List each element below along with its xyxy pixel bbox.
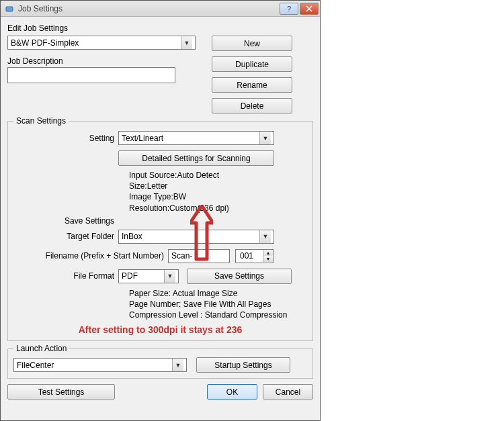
description-label: Job Description xyxy=(7,56,196,66)
edit-job-label: Edit Job Settings xyxy=(7,24,313,33)
close-icon xyxy=(306,5,312,12)
help-button[interactable]: ? xyxy=(280,3,298,15)
setting-value: Text/Lineart xyxy=(122,134,163,143)
titlebar: Job Settings ? xyxy=(1,1,320,17)
rename-button[interactable]: Rename xyxy=(212,77,292,93)
setting-label: Setting xyxy=(13,134,114,143)
startup-settings-button[interactable]: Startup Settings xyxy=(196,357,290,373)
filename-number-value: 001 xyxy=(236,251,263,261)
save-info: Paper Size: Actual Image Size Page Numbe… xyxy=(129,288,307,321)
annotation-text: After setting to 300dpi it stays at 236 xyxy=(13,324,307,335)
chevron-down-icon: ▼ xyxy=(181,36,192,49)
filename-number-spinner[interactable]: 001 ▲▼ xyxy=(235,249,274,263)
image-type-text: Image Type:BW xyxy=(129,191,307,202)
scan-info: Input Source:Auto Detect Size:Letter Ima… xyxy=(129,170,307,214)
chevron-up-icon: ▲ xyxy=(263,250,273,256)
paper-size-text: Paper Size: Actual Image Size xyxy=(129,288,307,299)
size-text: Size:Letter xyxy=(129,181,307,191)
delete-button[interactable]: Delete xyxy=(212,98,292,113)
target-folder-value: InBox xyxy=(122,232,142,241)
duplicate-button[interactable]: Duplicate xyxy=(212,56,292,72)
job-select-value: B&W PDF-Simplex xyxy=(11,38,79,48)
app-icon xyxy=(5,4,14,13)
chevron-down-icon: ▼ xyxy=(172,359,183,371)
compression-text: Compression Level : Standard Compression xyxy=(129,310,307,320)
launch-select[interactable]: FileCenter ▼ xyxy=(13,358,187,372)
save-settings-label: Save Settings xyxy=(13,216,114,226)
resolution-text: Resolution:Custom(236 dpi) xyxy=(129,203,307,214)
ok-button[interactable]: OK xyxy=(207,384,257,400)
svg-rect-0 xyxy=(6,7,13,11)
file-format-select[interactable]: PDF ▼ xyxy=(118,269,179,283)
scan-settings-group: Scan Settings Setting Text/Lineart ▼ Det… xyxy=(7,116,313,341)
description-input[interactable] xyxy=(7,67,175,83)
target-folder-label: Target Folder xyxy=(13,232,114,241)
filename-label: Filename (Prefix + Start Number) xyxy=(13,251,164,261)
dialog-window: Job Settings ? Edit Job Settings B&W PDF… xyxy=(0,0,321,421)
detailed-settings-button[interactable]: Detailed Settings for Scanning xyxy=(118,150,274,166)
launch-legend: Launch Action xyxy=(13,344,69,353)
file-format-label: File Format xyxy=(13,271,114,281)
launch-action-group: Launch Action FileCenter ▼ Startup Setti… xyxy=(7,344,313,379)
new-button[interactable]: New xyxy=(212,36,292,51)
chevron-down-icon: ▼ xyxy=(259,230,271,243)
scan-legend: Scan Settings xyxy=(13,116,69,126)
chevron-down-icon: ▼ xyxy=(263,256,273,262)
filename-prefix-input[interactable]: Scan- xyxy=(168,249,230,263)
filename-prefix-value: Scan- xyxy=(171,251,192,261)
dialog-content: Edit Job Settings B&W PDF-Simplex ▼ Job … xyxy=(1,17,320,405)
target-folder-select[interactable]: InBox ▼ xyxy=(118,230,274,244)
test-settings-button[interactable]: Test Settings xyxy=(7,384,115,400)
chevron-down-icon: ▼ xyxy=(164,270,175,283)
close-button[interactable] xyxy=(300,3,319,15)
job-select[interactable]: B&W PDF-Simplex ▼ xyxy=(7,36,196,50)
setting-select[interactable]: Text/Lineart ▼ xyxy=(118,131,274,145)
launch-value: FileCenter xyxy=(17,361,54,370)
window-title: Job Settings xyxy=(18,4,278,13)
save-settings-button[interactable]: Save Settings xyxy=(187,269,292,284)
spinner-arrows[interactable]: ▲▼ xyxy=(263,250,273,262)
chevron-down-icon: ▼ xyxy=(259,132,271,144)
page-number-text: Page Number: Save File With All Pages xyxy=(129,299,307,310)
cancel-button[interactable]: Cancel xyxy=(263,384,313,400)
file-format-value: PDF xyxy=(122,271,138,281)
input-source-text: Input Source:Auto Detect xyxy=(129,170,307,181)
